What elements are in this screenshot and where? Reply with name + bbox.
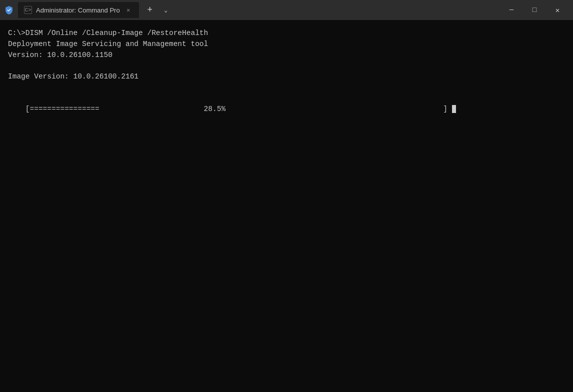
progress-prefix: [================ xyxy=(26,105,100,113)
terminal-line-4: Version: 10.0.26100.1150 xyxy=(8,50,565,61)
title-bar-left: C> Administrator: Command Pro ✕ + ⌄ xyxy=(4,2,496,18)
minimize-button[interactable]: ─ xyxy=(500,0,523,20)
progress-suffix: ] xyxy=(443,105,448,113)
terminal-progress-line: [================ 28.5% ] xyxy=(8,94,565,126)
tab-close-button[interactable]: ✕ xyxy=(124,6,133,14)
progress-spaces xyxy=(100,105,204,113)
title-bar: C> Administrator: Command Pro ✕ + ⌄ ─ □ … xyxy=(0,0,573,20)
close-button[interactable]: ✕ xyxy=(546,0,569,20)
new-tab-button[interactable]: + xyxy=(143,3,157,17)
tab-title: Administrator: Command Pro xyxy=(36,6,120,14)
terminal-line-1: C:\>DISM /Online /Cleanup-Image /Restore… xyxy=(8,28,565,39)
terminal-line-7 xyxy=(8,82,565,94)
terminal-line-6: Image Version: 10.0.26100.2161 xyxy=(8,72,565,82)
maximize-button[interactable]: □ xyxy=(523,0,546,20)
tab-dropdown-button[interactable]: ⌄ xyxy=(161,3,171,17)
terminal-cursor xyxy=(452,105,456,113)
shield-icon xyxy=(4,5,14,15)
active-tab[interactable]: C> Administrator: Command Pro ✕ xyxy=(18,2,139,18)
progress-spaces2 xyxy=(226,105,443,113)
terminal-line-3: Deployment Image Servicing and Managemen… xyxy=(8,39,565,50)
terminal-body[interactable]: C:\>DISM /Online /Cleanup-Image /Restore… xyxy=(0,20,573,392)
window-controls: ─ □ ✕ xyxy=(500,0,569,20)
terminal-line-5 xyxy=(8,60,565,72)
tab-icon: C> xyxy=(24,6,32,14)
progress-percent: 28.5% xyxy=(204,105,226,113)
